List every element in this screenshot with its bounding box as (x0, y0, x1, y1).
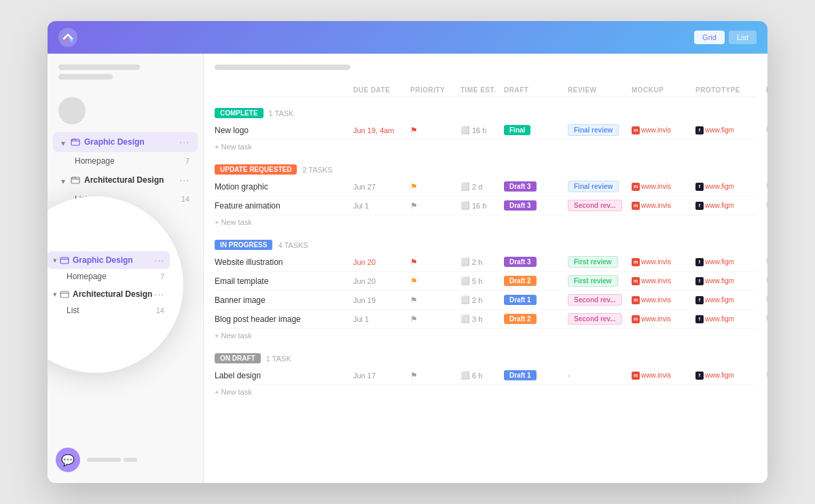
task-review: - (568, 371, 629, 380)
task-name: Blog post header image (215, 314, 350, 324)
add-task-button-draft[interactable]: + New task (215, 385, 757, 399)
app-body: ▾ Graphic Design ··· Homepage 7 ▾ (48, 54, 767, 483)
chat-button[interactable]: 💬 (56, 448, 80, 472)
task-prototype[interactable]: fwww.figm (695, 315, 763, 323)
list-view-button[interactable]: List (729, 31, 757, 44)
footer-bar-2 (124, 458, 137, 462)
section-update-header: UPDATE REQUESTED 2 TASKS (215, 159, 757, 177)
task-time: ⬜16 h (460, 201, 501, 210)
svg-rect-2 (71, 177, 79, 183)
spotlight-folder2-icon (60, 289, 69, 299)
badge-complete: COMPLETE (215, 108, 264, 118)
draft-task-count: 1 TASK (266, 355, 291, 363)
task-time: ⬜2 d (460, 182, 501, 191)
footer-bar-1 (87, 458, 121, 462)
badge-update: UPDATE REQUESTED (215, 164, 297, 175)
spotlight-graphic-dots[interactable]: ··· (154, 255, 164, 266)
task-row[interactable]: Email template Jun 20 ⚑ ⬜5 h Draft 2 Fir… (215, 272, 757, 291)
folder-2-icon (71, 175, 80, 185)
col-draft: DRAFT (504, 86, 565, 94)
task-prototype[interactable]: fwww.figm (695, 126, 763, 134)
task-row[interactable]: Website illustration Jun 20 ⚑ ⬜2 h Draft… (215, 253, 757, 272)
app-header: Grid List (48, 21, 767, 54)
app-logo (58, 28, 77, 47)
task-prototype[interactable]: fwww.figm (695, 296, 763, 304)
spotlight-graphic-design[interactable]: ▾ Graphic Design ··· (48, 251, 170, 269)
col-priority: PRIORITY (410, 86, 458, 94)
task-row[interactable]: New logo Jun 19, 4am ⚑ ⬜16 h Final Final… (215, 121, 757, 140)
sidebar-section-1: ▾ Graphic Design ··· Homepage 7 ▾ (48, 130, 203, 209)
task-review: Final review (568, 124, 629, 136)
architectural-design-dots[interactable]: ··· (179, 175, 189, 185)
grid-view-button[interactable]: Grid (694, 31, 725, 44)
task-draft: Draft 2 (504, 276, 565, 286)
spotlight-architectural-design[interactable]: ▾ Architectural Design ··· (48, 285, 170, 303)
section-draft-header: ON DRAFT 1 TASK (215, 348, 757, 366)
task-reviewer (766, 313, 767, 325)
col-reviewer: REVIEWER (766, 86, 767, 94)
task-prototype[interactable]: fwww.figm (695, 277, 763, 285)
task-priority: ⚑ (410, 295, 458, 305)
svg-point-0 (58, 28, 77, 47)
task-mockup[interactable]: mwww.invis (632, 202, 693, 210)
task-mockup[interactable]: mwww.invis (632, 183, 693, 191)
task-draft: Draft 3 (504, 200, 565, 211)
update-task-count: 2 TASKS (302, 166, 332, 174)
sidebar-item-architectural-design[interactable]: ▾ Architectural Design ··· (53, 170, 198, 190)
task-reviewer (766, 181, 767, 192)
add-task-button-complete[interactable]: + New task (215, 140, 757, 154)
task-mockup[interactable]: mwww.invis (632, 372, 693, 380)
task-row[interactable]: Motion graphic Jun 27 ⚑ ⬜2 d Draft 3 Fin… (215, 177, 757, 196)
task-prototype[interactable]: fwww.figm (695, 258, 763, 266)
folder-icon (71, 137, 80, 147)
task-row[interactable]: Blog post header image Jul 1 ⚑ ⬜3 h Draf… (215, 310, 757, 329)
task-row[interactable]: Feature animation Jul 1 ⚑ ⬜16 h Draft 3 … (215, 196, 757, 215)
task-review: Second rev... (568, 294, 629, 306)
spotlight-arch-dots[interactable]: ··· (154, 289, 164, 300)
task-due-date: Jun 19 (353, 296, 408, 304)
task-review: Second rev... (568, 313, 629, 325)
task-mockup[interactable]: mwww.invis (632, 296, 693, 304)
sidebar-item-graphic-design[interactable]: ▾ Graphic Design ··· (53, 132, 198, 152)
task-review: First review (568, 256, 629, 268)
task-draft: Draft 3 (504, 257, 565, 267)
task-mockup[interactable]: mwww.invis (632, 315, 693, 323)
add-task-button-progress[interactable]: + New task (215, 329, 757, 342)
task-time: ⬜2 h (460, 257, 501, 266)
footer-bars (87, 458, 137, 462)
task-prototype[interactable]: fwww.figm (695, 183, 763, 191)
task-review: Second rev... (568, 200, 629, 211)
sidebar-bar-2 (58, 74, 113, 79)
task-time: ⬜6 h (460, 371, 501, 380)
task-priority: ⚑ (410, 276, 458, 286)
task-prototype[interactable]: fwww.figm (695, 372, 763, 380)
task-row[interactable]: Banner image Jun 19 ⚑ ⬜2 h Draft 1 Secon… (215, 291, 757, 310)
task-priority: ⚑ (410, 182, 458, 192)
task-prototype[interactable]: fwww.figm (695, 202, 763, 210)
sidebar-sub-item-homepage[interactable]: Homepage 7 (53, 153, 198, 169)
task-reviewer (766, 294, 767, 306)
task-name: Website illustration (215, 257, 350, 267)
task-mockup[interactable]: mwww.invis (632, 277, 693, 285)
spotlight-homepage[interactable]: Homepage 7 (48, 269, 170, 284)
column-headers: DUE DATE PRIORITY TIME EST. DRAFT REVIEW… (215, 84, 757, 97)
spotlight-homepage-label: Homepage (67, 272, 160, 281)
sidebar: ▾ Graphic Design ··· Homepage 7 ▾ (48, 54, 204, 483)
graphic-design-dots[interactable]: ··· (179, 137, 189, 147)
task-mockup[interactable]: mwww.invis (632, 126, 693, 134)
add-task-button-update[interactable]: + New task (215, 215, 757, 229)
task-mockup[interactable]: mwww.invis (632, 258, 693, 266)
sidebar-logo-area (48, 65, 203, 92)
task-due-date: Jun 20 (353, 258, 408, 266)
col-task (215, 86, 350, 94)
task-due-date: Jun 20 (353, 277, 408, 285)
spotlight-folder-icon (60, 255, 69, 265)
task-draft: Draft 1 (504, 295, 565, 305)
spotlight-overlay: ▾ Graphic Design ··· Homepage 7 ▾ (48, 196, 183, 373)
spotlight-list[interactable]: List 14 (48, 303, 170, 318)
task-review: First review (568, 275, 629, 287)
task-row[interactable]: Label design Jun 17 ⚑ ⬜6 h Draft 1 - mww… (215, 366, 757, 385)
task-due-date: Jun 17 (353, 372, 408, 380)
spotlight-list-count: 14 (156, 306, 164, 314)
task-priority: ⚑ (410, 371, 458, 380)
